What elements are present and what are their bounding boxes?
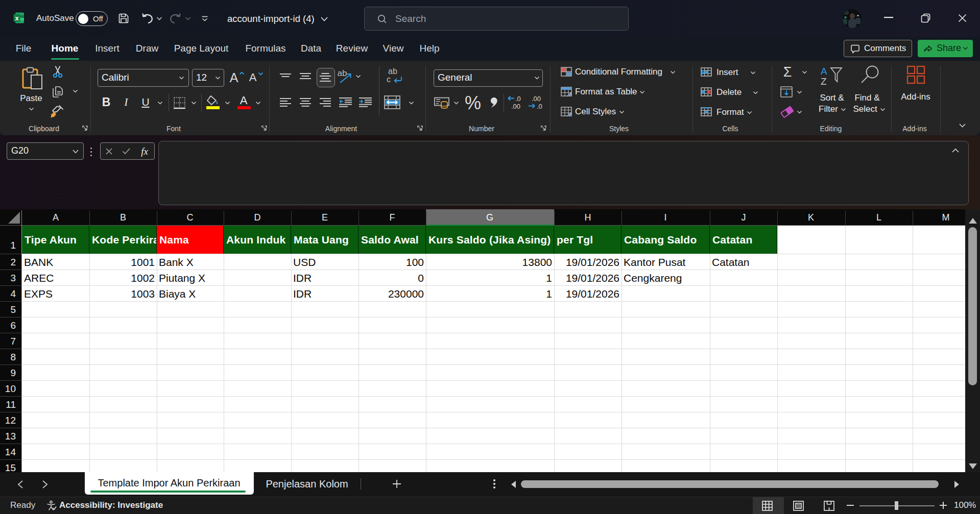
svg-text:.0: .0 (515, 95, 521, 103)
svg-text:.00: .00 (511, 103, 520, 110)
svg-text:.0: .0 (537, 103, 542, 110)
svg-text:.00: .00 (532, 95, 541, 103)
svg-text:A: A (821, 66, 827, 77)
svg-text:Z: Z (821, 76, 827, 86)
svg-text:x: x (15, 14, 19, 22)
